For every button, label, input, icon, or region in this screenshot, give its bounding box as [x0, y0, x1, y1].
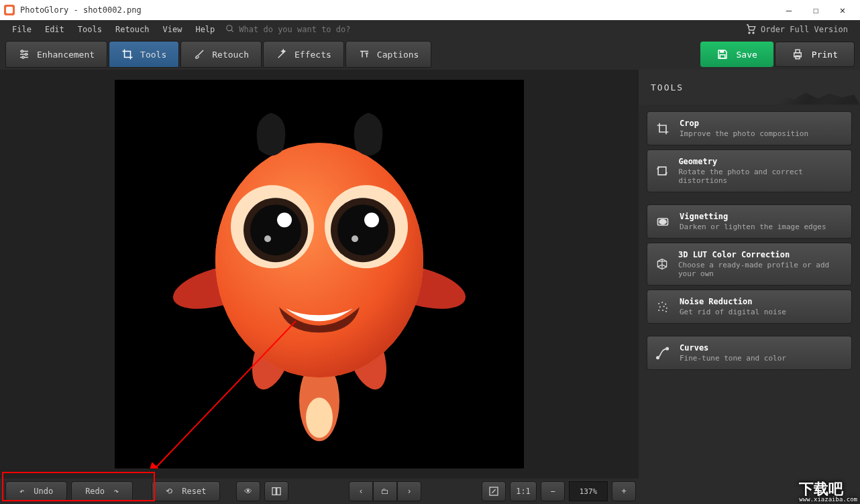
svg-point-22	[215, 143, 423, 377]
print-icon	[792, 48, 804, 60]
tab-enhancement[interactable]: Enhancement	[5, 41, 107, 68]
geometry-icon	[655, 164, 669, 178]
svg-point-43	[658, 310, 659, 311]
main-toolbar: Enhancement Tools Retouch Effects Captio…	[0, 39, 860, 70]
zoom-level[interactable]: 137%	[569, 481, 608, 501]
bottom-toolbar: ↶ Undo Redo ↷ ⟲ Reset 👁 ‹ 🗀 › 1:1 − 137%…	[0, 479, 860, 504]
prev-file-button[interactable]: ‹	[349, 481, 373, 501]
print-button[interactable]: Print	[775, 42, 855, 67]
compare-button[interactable]	[264, 481, 288, 501]
svg-point-38	[661, 302, 663, 303]
tab-effects[interactable]: Effects	[263, 41, 344, 68]
svg-point-44	[662, 310, 663, 311]
open-folder-button[interactable]: 🗀	[373, 481, 397, 501]
zoom-in-button[interactable]: +	[612, 481, 636, 501]
titlebar: PhotoGlory - shot0002.png — ☐ ✕	[0, 0, 860, 20]
cart-icon	[745, 23, 757, 36]
menu-view[interactable]: View	[156, 22, 189, 37]
minimize-button[interactable]: —	[775, 0, 802, 20]
maximize-button[interactable]: ☐	[802, 0, 829, 20]
svg-point-37	[658, 303, 659, 304]
lut-icon	[655, 257, 669, 271]
menu-retouch[interactable]: Retouch	[109, 22, 156, 37]
svg-rect-34	[658, 167, 666, 175]
chevron-left-icon: ‹	[359, 487, 364, 496]
tool-geometry[interactable]: GeometryRotate the photo and correct dis…	[647, 149, 852, 192]
tool-curves[interactable]: CurvesFine-tune tone and color	[647, 336, 852, 370]
photo-content	[138, 86, 500, 448]
svg-rect-49	[277, 488, 280, 495]
save-button-label: Save	[737, 50, 757, 60]
svg-point-3	[753, 32, 754, 34]
svg-rect-48	[272, 488, 276, 495]
close-button[interactable]: ✕	[829, 0, 856, 20]
chevron-right-icon: ›	[407, 487, 412, 496]
menu-edit[interactable]: Edit	[38, 22, 71, 37]
next-file-button[interactable]: ›	[397, 481, 421, 501]
menu-help[interactable]: Help	[189, 22, 221, 37]
tool-vignetting[interactable]: VignettingDarken or lighten the image ed…	[647, 204, 852, 239]
svg-point-27	[250, 204, 301, 255]
tool-curves-title: Curves	[680, 343, 786, 353]
svg-point-20	[306, 397, 333, 438]
tool-3dlut-title: 3D LUT Color Correction	[678, 250, 843, 259]
redo-icon: ↷	[114, 487, 119, 496]
tab-retouch-label: Retouch	[212, 50, 249, 60]
svg-point-9	[22, 56, 24, 58]
zoom-out-button[interactable]: −	[541, 481, 565, 501]
reset-label: Reset	[182, 487, 206, 496]
crop-icon	[121, 48, 133, 60]
tab-tools-label: Tools	[140, 50, 166, 60]
svg-rect-10	[720, 50, 724, 53]
svg-point-29	[277, 212, 292, 227]
curves-icon	[655, 346, 670, 361]
tab-retouch[interactable]: Retouch	[180, 41, 262, 68]
undo-label: Undo	[34, 487, 53, 496]
search-input[interactable]: What do you want to do?	[239, 25, 350, 34]
svg-point-47	[666, 347, 668, 349]
order-link-label: Order Full Version	[761, 25, 848, 34]
menu-tools[interactable]: Tools	[71, 22, 109, 37]
fit-icon	[488, 486, 499, 497]
noise-icon	[655, 300, 670, 314]
tool-noise-title: Noise Reduction	[680, 297, 786, 306]
app-icon	[4, 5, 15, 15]
svg-point-45	[665, 310, 667, 312]
file-nav-group: ‹ 🗀 ›	[349, 481, 421, 501]
tab-effects-label: Effects	[294, 50, 331, 60]
tool-vignetting-title: Vignetting	[680, 212, 826, 221]
reset-icon: ⟲	[166, 487, 172, 496]
svg-point-41	[663, 306, 665, 307]
watermark-url: www.xiazaiba.com	[799, 497, 857, 503]
preview-button[interactable]: 👁	[236, 481, 260, 501]
menu-file[interactable]: File	[5, 22, 38, 37]
order-full-version-link[interactable]: Order Full Version	[745, 23, 855, 36]
main-area: TOOLS CropImprove the photo composition …	[0, 70, 860, 479]
wand-icon	[276, 48, 288, 60]
vignette-icon	[655, 214, 670, 229]
canvas-viewport[interactable]	[0, 70, 639, 479]
svg-point-39	[665, 303, 666, 304]
tool-3dlut[interactable]: 3D LUT Color CorrectionChoose a ready-ma…	[647, 243, 852, 286]
tab-captions[interactable]: Captions	[345, 41, 432, 68]
svg-point-36	[659, 219, 666, 224]
actual-size-button[interactable]: 1:1	[510, 481, 537, 501]
reset-button[interactable]: ⟲ Reset	[152, 481, 220, 501]
tools-panel: TOOLS CropImprove the photo composition …	[639, 70, 860, 479]
tool-curves-desc: Fine-tune tone and color	[680, 354, 786, 363]
svg-rect-11	[720, 55, 725, 58]
tab-tools[interactable]: Tools	[109, 41, 179, 68]
redo-button[interactable]: Redo ↷	[71, 481, 133, 501]
eye-icon: 👁	[244, 487, 252, 496]
svg-point-40	[659, 306, 661, 308]
tool-vignetting-desc: Darken or lighten the image edges	[680, 223, 826, 231]
window-title: PhotoGlory - shot0002.png	[20, 5, 775, 15]
tool-noise-reduction[interactable]: Noise ReductionGet rid of digital noise	[647, 290, 852, 324]
svg-rect-13	[796, 50, 800, 53]
undo-button[interactable]: ↶ Undo	[5, 481, 67, 501]
save-icon	[716, 48, 729, 60]
fit-screen-button[interactable]	[482, 481, 506, 501]
image-canvas	[115, 80, 524, 468]
save-button[interactable]: Save	[700, 42, 773, 67]
tool-crop[interactable]: CropImprove the photo composition	[647, 111, 852, 145]
